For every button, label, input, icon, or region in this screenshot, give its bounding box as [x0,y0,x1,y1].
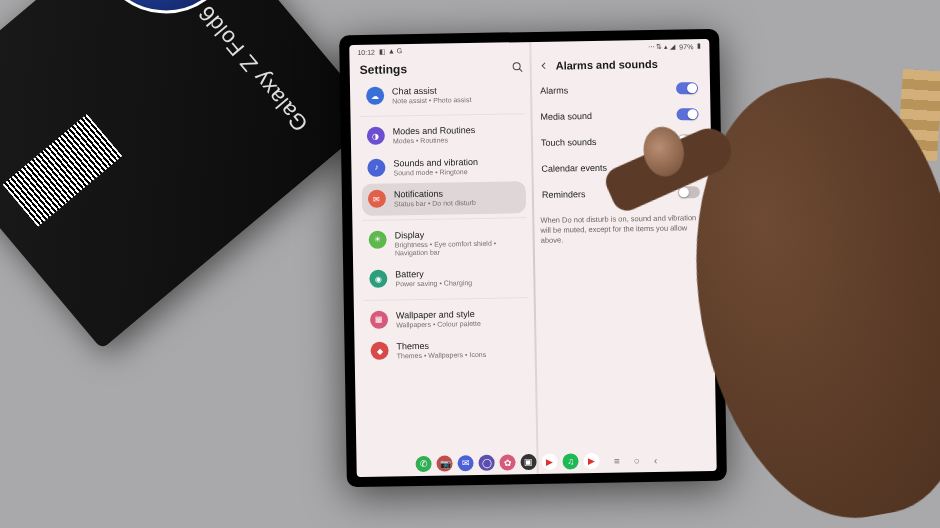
product-brand-text: Galaxy Z Fold6 [193,0,313,136]
dock-app-youtube[interactable]: ▶ [542,454,558,470]
dock-app-gallery[interactable]: ✿ [500,454,516,470]
settings-pane: Settings ☁ Chat assist Note assist • Pho… [350,56,537,453]
svg-line-1 [519,69,522,72]
settings-item-subtitle: Modes • Routines [393,136,476,146]
settings-item-subtitle: Status bar • Do not disturb [394,199,476,209]
helper-text: When Do not disturb is on, sound and vib… [540,213,703,246]
divider [364,297,528,301]
toggle-label: Touch sounds [541,137,597,148]
dock-app-phone[interactable]: ✆ [416,456,432,472]
nav-home[interactable]: ○ [634,455,640,466]
status-icons-right: ⋯ ⇅ ▴ ◢ [647,42,675,50]
settings-item-subtitle: Brightness • Eye comfort shield • Naviga… [395,239,521,258]
settings-item-subtitle: Wallpapers • Colour palette [396,320,481,330]
settings-item-title: Sounds and vibration [393,157,478,168]
toggle-label: Calendar events [541,163,607,174]
detail-title: Alarms and sounds [556,58,658,72]
screen: 10:12 ◧ ▲ G ⋯ ⇅ ▴ ◢ 97% ▮ Settings ☁ [349,39,716,477]
settings-item-subtitle: Power saving • Charging [395,279,472,289]
settings-item-icon: ♪ [367,158,385,176]
toggle-row-alarms[interactable]: Alarms [538,75,700,104]
search-icon[interactable] [512,61,524,73]
chat-assist-title: Chat assist [392,85,471,96]
toggle-row-media-sound[interactable]: Media sound [538,101,700,130]
back-icon[interactable] [538,60,550,72]
chat-assist-subtitle: Note assist • Photo assist [392,96,471,106]
settings-item-icon: ◉ [369,270,387,288]
toggle-label: Media sound [540,111,592,122]
dock-app-play[interactable]: ▶ [584,453,600,469]
detail-pane: Alarms and sounds Alarms Media sound Tou… [529,53,716,450]
settings-item-title: Wallpaper and style [396,309,481,320]
divider [361,114,525,118]
settings-item-icon: ▦ [370,310,388,328]
svg-point-0 [513,63,520,70]
settings-item-title: Themes [396,340,486,352]
settings-item-chat-assist[interactable]: ☁ Chat assist Note assist • Photo assist [360,78,525,112]
product-box: Galaxy Z Fold6 [0,0,378,349]
toggle-switch[interactable] [676,82,698,94]
toggle-label: Reminders [542,189,586,200]
settings-item-icon: ◑ [367,127,385,145]
settings-item-display[interactable]: ☀ Display Brightness • Eye comfort shiel… [362,222,527,265]
dock-app-camera[interactable]: 📷 [437,455,453,471]
tablet-frame: 10:12 ◧ ▲ G ⋯ ⇅ ▴ ◢ 97% ▮ Settings ☁ [339,29,727,488]
settings-item-title: Battery [395,268,472,279]
nav-recent[interactable]: ≡ [614,455,620,466]
settings-item-notifications[interactable]: ✉ Notifications Status bar • Do not dist… [362,181,527,215]
toggle-label: Alarms [540,85,568,95]
nav-back[interactable]: ‹ [654,454,658,465]
dock-app-store[interactable]: ▣ [521,454,537,470]
status-icons-left: ◧ ▲ G [379,47,402,55]
battery-icon: ▮ [697,42,701,50]
dock-app-internet[interactable]: ◯ [479,455,495,471]
settings-item-title: Modes and Routines [393,125,476,136]
battery-pct: 97% [679,43,693,50]
toggle-switch[interactable] [676,108,698,120]
settings-item-icon: ◆ [370,342,388,360]
settings-item-themes[interactable]: ◆ Themes Themes • Wallpapers • Icons [364,333,529,367]
clock: 10:12 [357,48,375,55]
toggle-switch[interactable] [678,186,700,198]
settings-item-subtitle: Sound mode • Ringtone [393,168,478,178]
settings-item-sounds-and-vibration[interactable]: ♪ Sounds and vibration Sound mode • Ring… [361,150,526,184]
barcode [3,114,123,227]
chat-assist-icon: ☁ [366,87,384,105]
divider [362,217,526,221]
settings-item-modes-and-routines[interactable]: ◑ Modes and Routines Modes • Routines [361,119,526,153]
settings-item-icon: ✉ [368,190,386,208]
dock-app-messages[interactable]: ✉ [458,455,474,471]
settings-item-subtitle: Themes • Wallpapers • Icons [397,351,487,361]
settings-item-title: Notifications [394,188,476,199]
dock-app-spotify[interactable]: ♫ [563,453,579,469]
settings-item-icon: ☀ [368,230,386,248]
settings-item-battery[interactable]: ◉ Battery Power saving • Charging [363,261,528,295]
settings-title: Settings [360,62,408,77]
settings-item-wallpaper-and-style[interactable]: ▦ Wallpaper and style Wallpapers • Colou… [364,302,529,336]
